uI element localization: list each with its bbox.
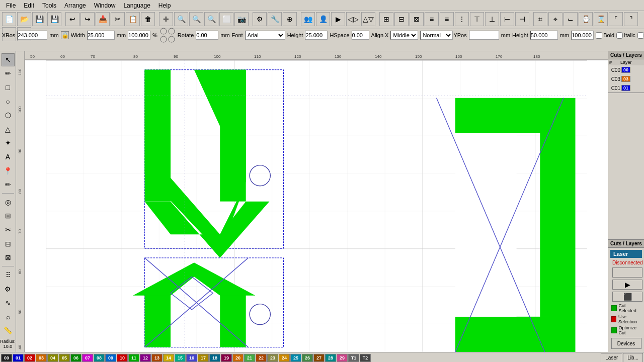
- triangle-tool[interactable]: △: [2, 123, 15, 136]
- move-button[interactable]: ✛: [159, 12, 173, 26]
- layer-chip-27[interactable]: 27: [313, 354, 325, 362]
- panel-button-3[interactable]: ⬛: [612, 292, 642, 302]
- layer-chip-T2[interactable]: T2: [360, 354, 371, 362]
- new-button[interactable]: 📄: [2, 12, 16, 26]
- layer-chip-17[interactable]: 17: [198, 354, 209, 362]
- trace-tool[interactable]: ⊠: [2, 251, 15, 264]
- menu-tools[interactable]: Tools: [38, 1, 60, 10]
- offset-tool[interactable]: ⌕: [2, 310, 15, 323]
- layer-chip-14[interactable]: 14: [163, 354, 174, 362]
- layer-chip-04[interactable]: 04: [47, 354, 58, 362]
- layer-chip-12[interactable]: 12: [140, 354, 151, 362]
- upper-case-checkbox[interactable]: [637, 32, 644, 39]
- order-button[interactable]: ⊤: [470, 12, 484, 26]
- menu-window[interactable]: Window: [90, 1, 120, 10]
- zoom-in-button[interactable]: 🔍: [189, 12, 203, 26]
- layer-color-c03[interactable]: 03: [621, 76, 630, 82]
- laser-origin-tool[interactable]: ◎: [2, 196, 15, 209]
- path6-button[interactable]: ⌜: [609, 12, 623, 26]
- layer-chip-03[interactable]: 03: [36, 354, 47, 362]
- layer-chip-29[interactable]: 29: [337, 354, 348, 362]
- menu-edit[interactable]: Edit: [20, 1, 38, 10]
- layer-chip-25[interactable]: 25: [290, 354, 301, 362]
- save-button[interactable]: 💾: [32, 12, 46, 26]
- zoom-fit-button[interactable]: 🔍: [174, 12, 188, 26]
- group-button[interactable]: 👥: [301, 12, 315, 26]
- mirror-v-button[interactable]: △▽: [361, 12, 375, 26]
- layer-row-c01[interactable]: C01 01: [608, 83, 644, 93]
- laser-tab[interactable]: Laser: [601, 353, 622, 363]
- hspace-input[interactable]: [352, 31, 369, 40]
- cut-selected-check[interactable]: [611, 305, 617, 311]
- user-button[interactable]: 👤: [316, 12, 330, 26]
- layer-chip-11[interactable]: 11: [128, 354, 139, 362]
- menu-language[interactable]: Language: [119, 1, 154, 10]
- font-select[interactable]: Arial: [245, 31, 285, 40]
- width-input[interactable]: [87, 31, 115, 40]
- grid-button[interactable]: ⚙: [253, 12, 267, 26]
- path-button[interactable]: ⌗: [533, 12, 547, 26]
- weld-button[interactable]: ⊕: [283, 12, 297, 26]
- layer-chip-05[interactable]: 05: [59, 354, 70, 362]
- rectangle-tool[interactable]: □: [2, 81, 15, 94]
- layer-chip-10[interactable]: 10: [117, 354, 128, 362]
- edit-nodes-tool[interactable]: ✏: [2, 67, 15, 80]
- height-input[interactable]: [530, 31, 558, 40]
- layer-chip-07[interactable]: 07: [82, 354, 93, 362]
- path2-button[interactable]: ⌖: [548, 12, 562, 26]
- layer-color-c01[interactable]: 01: [621, 85, 630, 91]
- layer-chip-26[interactable]: 26: [302, 354, 313, 362]
- width-pct-input[interactable]: [128, 31, 150, 40]
- frame-tool[interactable]: ⊞: [2, 210, 15, 223]
- pin-tool[interactable]: 📍: [2, 164, 15, 177]
- canvas-content[interactable]: [25, 60, 608, 352]
- font-height-input[interactable]: [305, 31, 328, 40]
- distribute2-button[interactable]: ≡: [440, 12, 454, 26]
- ellipse-tool[interactable]: ○: [2, 95, 15, 108]
- panel-button-1[interactable]: [612, 267, 642, 278]
- cut-tool[interactable]: ✂: [2, 223, 15, 236]
- layer-chip-09[interactable]: 09: [105, 354, 116, 362]
- path7-button[interactable]: ⌝: [624, 12, 638, 26]
- import-button[interactable]: 📥: [96, 12, 110, 26]
- order3-button[interactable]: ⊢: [500, 12, 514, 26]
- layer-chip-06[interactable]: 06: [70, 354, 82, 362]
- layer-chip-28[interactable]: 28: [325, 354, 336, 362]
- layer-chip-08[interactable]: 08: [94, 354, 105, 362]
- normal-select[interactable]: Normal: [420, 31, 453, 40]
- lock-icon[interactable]: 🔒: [61, 31, 69, 39]
- pencil-tool[interactable]: ✏: [2, 178, 15, 191]
- menu-help[interactable]: Help: [154, 1, 175, 10]
- layer-chip-24[interactable]: 24: [279, 354, 290, 362]
- optimize-cut-check[interactable]: [611, 327, 617, 333]
- path3-button[interactable]: ⌙: [564, 12, 578, 26]
- distribute3-button[interactable]: ⋮: [455, 12, 469, 26]
- zoom-out-button[interactable]: 🔍: [204, 12, 218, 26]
- layer-color-c00[interactable]: 00: [621, 67, 630, 73]
- measure-tool[interactable]: 📏: [2, 324, 15, 337]
- layer-chip-02[interactable]: 02: [24, 354, 35, 362]
- layer-chip-22[interactable]: 22: [256, 354, 267, 362]
- ypos-input[interactable]: [469, 31, 499, 40]
- layer-chip-23[interactable]: 23: [267, 354, 278, 362]
- distribute-button[interactable]: ≡: [425, 12, 439, 26]
- layer-chip-19[interactable]: 19: [221, 354, 232, 362]
- select-tool[interactable]: ↖: [2, 53, 15, 66]
- menu-file[interactable]: File: [2, 1, 20, 10]
- bold-checkbox[interactable]: [596, 32, 602, 39]
- design-canvas[interactable]: [25, 60, 608, 352]
- menu-arrange[interactable]: Arrange: [60, 1, 90, 10]
- layer-chip-13[interactable]: 13: [151, 354, 163, 362]
- canvas-area[interactable]: 50 60 70 80 90 100 110 120 130 140 150 1…: [16, 51, 608, 352]
- star-tool[interactable]: ✦: [2, 137, 15, 150]
- cut-button[interactable]: ✂: [111, 12, 125, 26]
- undo-button[interactable]: ↩: [65, 12, 79, 26]
- align3-button[interactable]: ⊠: [410, 12, 424, 26]
- layer-chip-00[interactable]: 00: [1, 354, 12, 362]
- devices-button[interactable]: Devices: [611, 338, 641, 349]
- array-tool[interactable]: ⊟: [2, 237, 15, 250]
- layer-row-c00[interactable]: C00 00: [608, 65, 644, 74]
- panel-button-2[interactable]: ▶: [612, 280, 642, 290]
- redo-button[interactable]: ↪: [80, 12, 95, 26]
- xpos-input[interactable]: [17, 31, 47, 40]
